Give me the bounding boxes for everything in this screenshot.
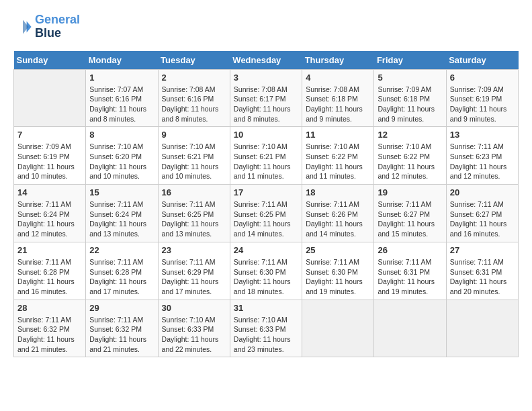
logo: General Blue [13, 13, 80, 40]
day-detail: Sunrise: 7:11 AM Sunset: 6:31 PM Dayligh… [450, 257, 515, 297]
calendar-cell: 7Sunrise: 7:09 AM Sunset: 6:19 PM Daylig… [14, 127, 86, 185]
calendar-cell: 13Sunrise: 7:11 AM Sunset: 6:23 PM Dayli… [446, 127, 518, 185]
calendar-week-row: 28Sunrise: 7:11 AM Sunset: 6:32 PM Dayli… [14, 300, 519, 357]
calendar-cell: 2Sunrise: 7:08 AM Sunset: 6:16 PM Daylig… [158, 69, 230, 127]
day-detail: Sunrise: 7:10 AM Sunset: 6:33 PM Dayligh… [162, 315, 226, 355]
day-number: 19 [378, 187, 442, 197]
day-number: 5 [378, 73, 442, 83]
svg-marker-1 [23, 19, 28, 34]
calendar-cell: 19Sunrise: 7:11 AM Sunset: 6:27 PM Dayli… [374, 185, 446, 242]
day-detail: Sunrise: 7:11 AM Sunset: 6:27 PM Dayligh… [378, 199, 442, 239]
logo-icon [13, 17, 32, 36]
day-number: 10 [234, 130, 298, 140]
calendar-cell: 26Sunrise: 7:11 AM Sunset: 6:31 PM Dayli… [374, 242, 446, 300]
calendar-cell: 21Sunrise: 7:11 AM Sunset: 6:28 PM Dayli… [14, 242, 86, 300]
day-number: 31 [234, 303, 298, 313]
day-detail: Sunrise: 7:07 AM Sunset: 6:16 PM Dayligh… [89, 85, 154, 124]
day-number: 17 [234, 187, 298, 197]
day-of-week-header: Friday [374, 51, 446, 70]
day-number: 24 [234, 245, 298, 255]
day-detail: Sunrise: 7:11 AM Sunset: 6:30 PM Dayligh… [234, 257, 298, 297]
day-number: 9 [162, 130, 226, 140]
calendar-week-row: 14Sunrise: 7:11 AM Sunset: 6:24 PM Dayli… [14, 185, 519, 242]
day-number: 6 [450, 73, 515, 83]
calendar-cell [302, 300, 374, 357]
day-number: 27 [450, 245, 515, 255]
day-number: 25 [306, 245, 370, 255]
calendar-cell: 6Sunrise: 7:09 AM Sunset: 6:19 PM Daylig… [446, 69, 518, 127]
calendar-table: SundayMondayTuesdayWednesdayThursdayFrid… [13, 51, 519, 358]
day-detail: Sunrise: 7:10 AM Sunset: 6:22 PM Dayligh… [378, 142, 442, 181]
day-number: 15 [89, 187, 154, 197]
day-number: 21 [17, 245, 82, 255]
day-number: 23 [162, 245, 226, 255]
calendar-cell: 31Sunrise: 7:10 AM Sunset: 6:33 PM Dayli… [230, 300, 302, 357]
day-detail: Sunrise: 7:11 AM Sunset: 6:29 PM Dayligh… [162, 257, 226, 297]
day-of-week-header: Thursday [302, 51, 374, 70]
calendar-cell: 18Sunrise: 7:11 AM Sunset: 6:26 PM Dayli… [302, 185, 374, 242]
day-number: 1 [89, 73, 154, 83]
day-number: 7 [17, 130, 82, 140]
calendar-cell [14, 69, 86, 127]
day-number: 11 [306, 130, 370, 140]
day-detail: Sunrise: 7:10 AM Sunset: 6:21 PM Dayligh… [162, 142, 226, 181]
logo-text: General Blue [35, 13, 80, 40]
calendar-cell: 10Sunrise: 7:10 AM Sunset: 6:21 PM Dayli… [230, 127, 302, 185]
calendar-cell: 15Sunrise: 7:11 AM Sunset: 6:24 PM Dayli… [86, 185, 158, 242]
day-detail: Sunrise: 7:11 AM Sunset: 6:26 PM Dayligh… [306, 199, 370, 239]
calendar-cell: 23Sunrise: 7:11 AM Sunset: 6:29 PM Dayli… [158, 242, 230, 300]
calendar-cell: 25Sunrise: 7:11 AM Sunset: 6:30 PM Dayli… [302, 242, 374, 300]
day-number: 29 [89, 303, 154, 313]
calendar-cell: 30Sunrise: 7:10 AM Sunset: 6:33 PM Dayli… [158, 300, 230, 357]
day-detail: Sunrise: 7:11 AM Sunset: 6:28 PM Dayligh… [17, 257, 82, 297]
day-number: 4 [306, 73, 370, 83]
day-detail: Sunrise: 7:09 AM Sunset: 6:19 PM Dayligh… [450, 85, 515, 124]
day-number: 12 [378, 130, 442, 140]
day-of-week-header: Saturday [446, 51, 518, 70]
day-number: 26 [378, 245, 442, 255]
calendar-cell: 22Sunrise: 7:11 AM Sunset: 6:28 PM Dayli… [86, 242, 158, 300]
calendar-cell: 12Sunrise: 7:10 AM Sunset: 6:22 PM Dayli… [374, 127, 446, 185]
day-number: 2 [162, 73, 226, 83]
day-detail: Sunrise: 7:08 AM Sunset: 6:18 PM Dayligh… [306, 85, 370, 124]
calendar-cell: 27Sunrise: 7:11 AM Sunset: 6:31 PM Dayli… [446, 242, 518, 300]
calendar-cell: 3Sunrise: 7:08 AM Sunset: 6:17 PM Daylig… [230, 69, 302, 127]
calendar-cell: 14Sunrise: 7:11 AM Sunset: 6:24 PM Dayli… [14, 185, 86, 242]
day-detail: Sunrise: 7:10 AM Sunset: 6:22 PM Dayligh… [306, 142, 370, 181]
day-number: 30 [162, 303, 226, 313]
day-detail: Sunrise: 7:10 AM Sunset: 6:21 PM Dayligh… [234, 142, 298, 181]
calendar-week-row: 1Sunrise: 7:07 AM Sunset: 6:16 PM Daylig… [14, 69, 519, 127]
calendar-cell: 20Sunrise: 7:11 AM Sunset: 6:27 PM Dayli… [446, 185, 518, 242]
day-detail: Sunrise: 7:11 AM Sunset: 6:25 PM Dayligh… [162, 199, 226, 239]
day-number: 14 [17, 187, 82, 197]
calendar-week-row: 21Sunrise: 7:11 AM Sunset: 6:28 PM Dayli… [14, 242, 519, 300]
calendar-cell: 24Sunrise: 7:11 AM Sunset: 6:30 PM Dayli… [230, 242, 302, 300]
day-number: 22 [89, 245, 154, 255]
day-detail: Sunrise: 7:10 AM Sunset: 6:33 PM Dayligh… [234, 315, 298, 355]
calendar-week-row: 7Sunrise: 7:09 AM Sunset: 6:19 PM Daylig… [14, 127, 519, 185]
day-number: 16 [162, 187, 226, 197]
page-header: General Blue [13, 13, 519, 40]
calendar-cell [446, 300, 518, 357]
day-detail: Sunrise: 7:11 AM Sunset: 6:32 PM Dayligh… [17, 315, 82, 355]
calendar-header-row: SundayMondayTuesdayWednesdayThursdayFrid… [14, 51, 519, 70]
calendar-cell: 9Sunrise: 7:10 AM Sunset: 6:21 PM Daylig… [158, 127, 230, 185]
day-detail: Sunrise: 7:08 AM Sunset: 6:16 PM Dayligh… [162, 85, 226, 124]
calendar-cell: 28Sunrise: 7:11 AM Sunset: 6:32 PM Dayli… [14, 300, 86, 357]
calendar-cell: 17Sunrise: 7:11 AM Sunset: 6:25 PM Dayli… [230, 185, 302, 242]
calendar-cell: 4Sunrise: 7:08 AM Sunset: 6:18 PM Daylig… [302, 69, 374, 127]
day-of-week-header: Tuesday [158, 51, 230, 70]
day-detail: Sunrise: 7:11 AM Sunset: 6:31 PM Dayligh… [378, 257, 442, 297]
day-detail: Sunrise: 7:11 AM Sunset: 6:32 PM Dayligh… [89, 315, 154, 355]
calendar-cell: 5Sunrise: 7:09 AM Sunset: 6:18 PM Daylig… [374, 69, 446, 127]
day-number: 28 [17, 303, 82, 313]
calendar-cell: 11Sunrise: 7:10 AM Sunset: 6:22 PM Dayli… [302, 127, 374, 185]
day-detail: Sunrise: 7:11 AM Sunset: 6:28 PM Dayligh… [89, 257, 154, 297]
calendar-cell: 1Sunrise: 7:07 AM Sunset: 6:16 PM Daylig… [86, 69, 158, 127]
calendar-cell: 8Sunrise: 7:10 AM Sunset: 6:20 PM Daylig… [86, 127, 158, 185]
day-detail: Sunrise: 7:11 AM Sunset: 6:25 PM Dayligh… [234, 199, 298, 239]
day-detail: Sunrise: 7:11 AM Sunset: 6:24 PM Dayligh… [17, 199, 82, 239]
day-number: 13 [450, 130, 515, 140]
day-detail: Sunrise: 7:08 AM Sunset: 6:17 PM Dayligh… [234, 85, 298, 124]
day-detail: Sunrise: 7:10 AM Sunset: 6:20 PM Dayligh… [89, 142, 154, 181]
